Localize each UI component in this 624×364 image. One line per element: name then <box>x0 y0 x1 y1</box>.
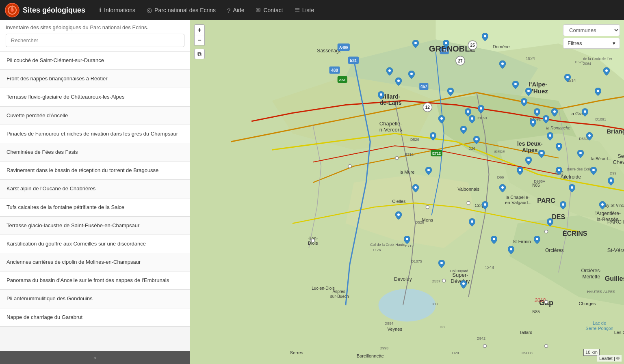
zoom-in-button[interactable]: + <box>194 24 205 35</box>
svg-text:St-Firmin: St-Firmin <box>513 239 531 244</box>
svg-text:Dévoluy: Dévoluy <box>451 278 470 284</box>
svg-text:d'Huez: d'Huez <box>528 88 548 95</box>
svg-text:D526: D526 <box>415 220 424 224</box>
svg-text:Lac de: Lac de <box>593 321 606 325</box>
site-list-item[interactable]: Karstification du gouffre aux Corneilles… <box>0 235 190 253</box>
nav-liste[interactable]: ☰ Liste <box>289 0 320 20</box>
site-list-item[interactable]: Karst alpin de l'Oucane de Chabrières <box>0 180 190 198</box>
svg-text:D529: D529 <box>410 138 419 142</box>
nav-informations[interactable]: ℹ Informations <box>93 0 141 20</box>
svg-text:ISERE: ISERE <box>494 150 505 154</box>
svg-text:D942: D942 <box>477 336 485 340</box>
main-nav: ℹ Informations ◎ Parc national des Ecrin… <box>93 0 619 20</box>
svg-text:Chorges: Chorges <box>578 301 596 306</box>
svg-text:D1075: D1075 <box>411 259 422 263</box>
svg-text:D1091: D1091 <box>595 117 606 121</box>
layers-icon: ⧉ <box>197 51 202 58</box>
svg-text:D537: D537 <box>431 279 440 283</box>
site-list-item[interactable]: Pli couché de Saint-Clément-sur-Durance <box>0 52 190 70</box>
svg-point-117 <box>442 279 446 282</box>
svg-text:D993: D993 <box>379 346 388 350</box>
svg-text:Merlette: Merlette <box>583 274 600 280</box>
svg-text:A480: A480 <box>339 45 348 50</box>
svg-text:ÉCRINS: ÉCRINS <box>563 230 587 237</box>
sidebar-subtitle: Inventaire des sites géologiques du Parc… <box>6 24 184 30</box>
svg-text:2018: 2018 <box>534 297 546 303</box>
main-content: Inventaire des sites géologiques du Parc… <box>0 20 624 364</box>
site-list-item[interactable]: Panorama du bassin d'Ancelle sur le fron… <box>0 271 190 290</box>
nav-aide[interactable]: ? Aide <box>221 0 250 20</box>
filtres-label: Filtres <box>568 40 582 46</box>
svg-text:la Mure: la Mure <box>400 170 415 174</box>
nav-contact[interactable]: ✉ Contact <box>250 0 288 20</box>
app-title: Sites géologiques <box>23 6 85 15</box>
site-list-item[interactable]: Anciennes carrières de cipolin de Moline… <box>0 253 190 271</box>
svg-text:Alpes: Alpes <box>522 147 538 153</box>
svg-text:de la Croix de Fer: de la Croix de Fer <box>583 57 612 61</box>
svg-text:3514: 3514 <box>567 78 576 83</box>
scale-text: 10 km <box>585 350 598 355</box>
map-attribution: Leaflet | © <box>597 355 622 362</box>
site-list-item[interactable]: Front des nappes briançonnaises à Réotie… <box>0 70 190 88</box>
site-list: Pli couché de Saint-Clément-sur-DuranceF… <box>0 52 190 364</box>
site-list-item[interactable]: Ravinement dans le bassin de réception d… <box>0 162 190 180</box>
nav-liste-label: Liste <box>302 7 314 13</box>
svg-text:Villard-: Villard- <box>381 93 401 100</box>
svg-text:1176: 1176 <box>373 248 381 252</box>
filtres-button[interactable]: Filtres ▾ <box>563 38 620 49</box>
svg-text:l'Alpe-: l'Alpe- <box>529 81 548 88</box>
search-input[interactable] <box>6 34 184 47</box>
nav-parc[interactable]: ◎ Parc national des Ecrins <box>141 0 221 20</box>
svg-text:Serre-Ponçon: Serre-Ponçon <box>585 326 613 331</box>
site-list-item[interactable]: Pinacles de Famourou et niches de nivati… <box>0 125 190 143</box>
svg-text:l'Argentière-: l'Argentière- <box>594 211 621 216</box>
svg-text:Serre: Serre <box>618 153 624 159</box>
site-list-item[interactable]: Pli anténummulitique des Gondouins <box>0 290 190 308</box>
svg-text:1248: 1248 <box>485 265 494 270</box>
svg-text:Domène: Domène <box>493 44 510 49</box>
map-overlay-controls: Communes Filtres ▾ <box>563 24 620 49</box>
svg-text:sur-Buëch: sur-Buëch <box>330 294 349 299</box>
svg-text:2064: 2064 <box>583 62 591 66</box>
svg-text:de-Lans: de-Lans <box>380 99 402 106</box>
svg-text:E712: E712 <box>405 244 414 248</box>
svg-text:D1091: D1091 <box>477 116 488 120</box>
map-zoom-controls: + − ⧉ <box>194 24 205 59</box>
svg-text:D985A: D985A <box>534 179 546 183</box>
svg-text:Col de la Croix Haute: Col de la Croix Haute <box>370 243 405 247</box>
contact-icon: ✉ <box>256 6 261 14</box>
zoom-out-button[interactable]: − <box>194 35 205 45</box>
site-list-item[interactable]: Tufs calcaires de la fontaine pétrifiant… <box>0 198 190 217</box>
logo-area: Sites géologiques <box>5 3 85 17</box>
site-list-item[interactable]: Terrasse glacio-lacustre de Saint-Eusèbe… <box>0 217 190 235</box>
svg-text:Ailefroide: Ailefroide <box>561 174 581 180</box>
collapse-icon: ‹ <box>94 354 96 361</box>
nav-parc-label: Parc national des Ecrins <box>154 7 216 13</box>
svg-text:Barre des Écrins: Barre des Écrins <box>567 167 594 171</box>
site-list-item[interactable]: Cuvette perchée d'Ancelle <box>0 107 190 125</box>
layers-button[interactable]: ⧉ <box>194 49 205 59</box>
svg-text:D9008: D9008 <box>522 351 533 355</box>
map-background[interactable]: 531 480 712 457 GRENOBLE Villard- de-Lan… <box>190 20 624 364</box>
svg-text:N85: N85 <box>532 310 540 314</box>
svg-text:D17: D17 <box>431 302 438 306</box>
svg-text:Corps: Corps <box>475 203 487 208</box>
site-list-item[interactable]: Terrasse fluvio-glaciaire de Châteauroux… <box>0 88 190 106</box>
svg-point-116 <box>545 230 548 233</box>
svg-text:Veynes: Veynes <box>388 327 403 332</box>
svg-text:E712: E712 <box>405 153 414 157</box>
svg-text:1924: 1924 <box>526 56 535 61</box>
attribution-text: Leaflet | © <box>599 356 620 361</box>
site-list-item[interactable]: Nappe de charriage du Garabrut <box>0 308 190 327</box>
svg-text:4102: 4102 <box>555 171 564 175</box>
filtres-chevron-icon: ▾ <box>613 40 615 46</box>
svg-text:D530: D530 <box>579 137 588 141</box>
site-list-item[interactable]: Cheminées de Fées des Fasis <box>0 143 190 162</box>
app-logo-icon <box>5 3 20 17</box>
collapse-sidebar-button[interactable]: ‹ <box>0 351 190 364</box>
svg-text:la Bérard...: la Bérard... <box>591 157 611 161</box>
communes-select[interactable]: Communes <box>563 24 620 36</box>
svg-point-114 <box>467 201 470 205</box>
svg-text:la-Bessée: la-Bessée <box>597 217 619 222</box>
svg-text:la Grave: la Grave <box>570 111 587 116</box>
